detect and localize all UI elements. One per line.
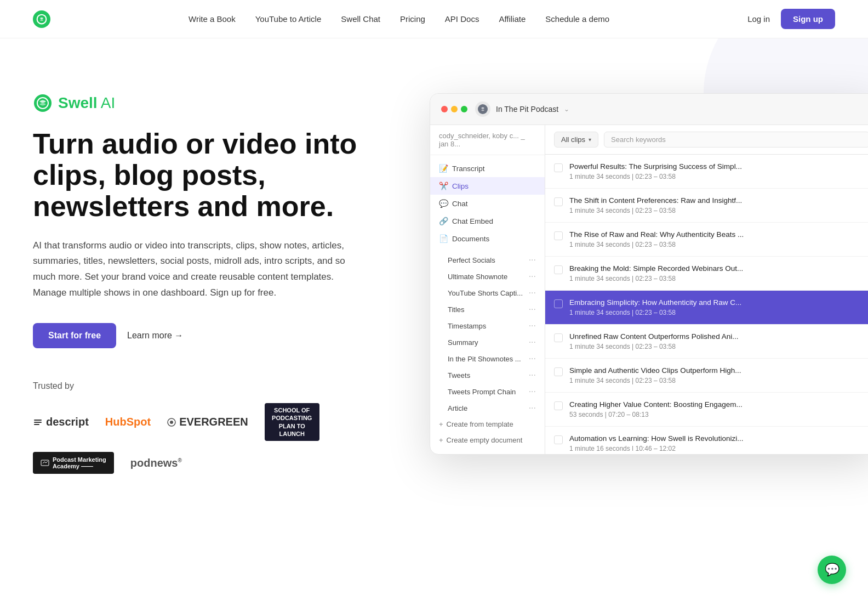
clip-meta-8: 1 minute 16 seconds | 10:46 – 12:02 <box>569 445 868 451</box>
sidebar-article[interactable]: Article ··· <box>448 400 545 416</box>
navbar: Write a Book YouTube to Article Swell Ch… <box>0 0 868 38</box>
sidebar-pit-shownotes[interactable]: In the Pit Shownotes ... ··· <box>448 350 545 367</box>
more-icon-4[interactable]: ··· <box>529 321 536 331</box>
signup-button[interactable]: Sign up <box>781 9 835 29</box>
clip-checkbox-1[interactable] <box>554 197 563 206</box>
svg-rect-5 <box>34 422 42 423</box>
clip-item-0[interactable]: Powerful Results: The Surprising Success… <box>545 155 868 189</box>
clip-checkbox-5[interactable] <box>554 333 563 342</box>
clip-title-2: The Rise of Raw and Real: Why Authentici… <box>569 230 868 239</box>
create-template-label: Create from template <box>447 420 513 428</box>
clip-checkbox-0[interactable] <box>554 163 563 172</box>
more-icon-1[interactable]: ··· <box>529 271 536 281</box>
chat-fab-button[interactable]: 💬 <box>818 556 846 584</box>
clip-checkbox-8[interactable] <box>554 435 563 444</box>
more-icon-2[interactable]: ··· <box>529 288 536 298</box>
pma-icon <box>41 458 49 467</box>
sidebar-item-clips[interactable]: ✂️ Clips <box>430 177 545 195</box>
doc-titles-label: Titles <box>448 305 465 314</box>
clip-checkbox-4[interactable] <box>554 299 563 308</box>
clip-meta-6: 1 minute 34 seconds | 02:23 – 03:58 <box>569 377 868 384</box>
clip-checkbox-3[interactable] <box>554 265 563 274</box>
nav-pricing[interactable]: Pricing <box>400 14 425 24</box>
sidebar-ultimate-shownote[interactable]: Ultimate Shownote ··· <box>448 268 545 285</box>
create-empty-label: Create empty document <box>447 436 523 444</box>
clip-item-4[interactable]: Embracing Simplicity: How Authenticity a… <box>545 291 868 325</box>
clip-item-2[interactable]: The Rise of Raw and Real: Why Authentici… <box>545 223 868 257</box>
podcast-avatar <box>475 101 490 117</box>
more-icon-8[interactable]: ··· <box>529 387 536 397</box>
hero-headline: Turn audio or video into clips, blog pos… <box>33 128 373 223</box>
learn-more-button[interactable]: Learn more → <box>127 331 183 341</box>
clip-title-7: Creating Higher Value Content: Boosting … <box>569 400 868 409</box>
nav-write-a-book[interactable]: Write a Book <box>189 14 236 24</box>
logo-school-of-podcasting: SCHOOL OF PODCASTING PLAN TO LAUNCH <box>265 403 319 441</box>
more-icon-3[interactable]: ··· <box>529 304 536 314</box>
plus-icon-template: + <box>439 420 443 428</box>
sidebar-titles[interactable]: Titles ··· <box>448 301 545 318</box>
clip-item-6[interactable]: Simple and Authentic Video Clips Outperf… <box>545 359 868 393</box>
sidebar-item-chat[interactable]: 💬 Chat <box>430 195 545 212</box>
sidebar-create-empty-doc[interactable]: + Create empty document <box>430 432 545 448</box>
sidebar-youtube-shorts[interactable]: YouTube Shorts Capti... ··· <box>448 285 545 301</box>
sidebar-item-documents[interactable]: 📄 Documents <box>430 230 545 247</box>
hero-brand: Swell AI <box>33 93 373 113</box>
sidebar-item-transcript[interactable]: 📝 Transcript <box>430 160 545 177</box>
trusted-label: Trusted by <box>33 381 373 391</box>
sidebar-tweets[interactable]: Tweets ··· <box>448 367 545 383</box>
clip-item-3[interactable]: Breaking the Mold: Simple Recorded Webin… <box>545 257 868 291</box>
more-icon-5[interactable]: ··· <box>529 337 536 347</box>
nav-affiliate[interactable]: Affiliate <box>499 14 526 24</box>
more-icon-9[interactable]: ··· <box>529 403 536 413</box>
sidebar-clips-label: Clips <box>452 182 469 190</box>
sidebar-summary[interactable]: Summary ··· <box>448 334 545 350</box>
sidebar-tweets-prompt-chain[interactable]: Tweets Prompt Chain ··· <box>448 383 545 400</box>
clip-item-5[interactable]: Unrefined Raw Content Outperforms Polish… <box>545 325 868 359</box>
sidebar-perfect-socials[interactable]: Perfect Socials ··· <box>448 252 545 268</box>
clip-item-1[interactable]: The Shift in Content Preferences: Raw an… <box>545 189 868 223</box>
sidebar-item-chat-embed[interactable]: 🔗 Chat Embed <box>430 212 545 230</box>
svg-point-8 <box>170 421 173 424</box>
clips-icon: ✂️ <box>439 182 448 190</box>
nav-schedule-demo[interactable]: Schedule a demo <box>545 14 609 24</box>
clip-content-1: The Shift in Content Preferences: Raw an… <box>569 196 868 214</box>
clip-checkbox-7[interactable] <box>554 401 563 410</box>
nav-swell-chat[interactable]: Swell Chat <box>341 14 380 24</box>
sidebar-timestamps[interactable]: Timestamps ··· <box>448 318 545 334</box>
sidebar-documents-label: Documents <box>452 235 489 243</box>
app-body: cody_schneider, koby c... _ jan 8... 📝 T… <box>430 125 868 454</box>
sidebar-docs-section: Perfect Socials ··· Ultimate Shownote ··… <box>430 252 545 416</box>
more-icon-0[interactable]: ··· <box>529 255 536 265</box>
clip-item-7[interactable]: Creating Higher Value Content: Boosting … <box>545 393 868 427</box>
descript-label: descript <box>46 416 89 428</box>
logo-podcast-marketing-academy: Podcast MarketingAcademy —— <box>33 452 114 474</box>
clip-title-6: Simple and Authentic Video Clips Outperf… <box>569 366 868 375</box>
sidebar-transcript-label: Transcript <box>452 165 485 173</box>
clip-title-0: Powerful Results: The Surprising Success… <box>569 162 868 171</box>
more-icon-7[interactable]: ··· <box>529 370 536 380</box>
doc-summary-label: Summary <box>448 338 478 347</box>
nav-api-docs[interactable]: API Docs <box>445 14 479 24</box>
svg-point-10 <box>478 104 488 114</box>
clip-checkbox-2[interactable] <box>554 231 563 240</box>
filter-chevron-icon: ▾ <box>589 137 591 143</box>
clip-title-1: The Shift in Content Preferences: Raw an… <box>569 196 868 205</box>
more-icon-6[interactable]: ··· <box>529 354 536 364</box>
doc-tweets-prompt-chain-label: Tweets Prompt Chain <box>448 388 516 396</box>
descript-icon <box>33 417 43 427</box>
clips-search-input[interactable]: Search keywords <box>604 132 868 148</box>
clip-item-8[interactable]: Automation vs Learning: How Swell is Rev… <box>545 427 868 451</box>
start-for-free-button[interactable]: Start for free <box>33 323 116 348</box>
app-main-header: All clips ▾ Search keywords <box>545 125 868 155</box>
clip-content-7: Creating Higher Value Content: Boosting … <box>569 400 868 418</box>
sidebar-create-from-template[interactable]: + Create from template <box>430 416 545 432</box>
clips-filter-dropdown[interactable]: All clips ▾ <box>554 132 598 148</box>
login-button[interactable]: Log in <box>747 14 770 24</box>
hero-section: Swell AI Turn audio or video into clips,… <box>0 38 868 532</box>
nav-youtube-to-article[interactable]: YouTube to Article <box>255 14 322 24</box>
doc-pit-shownotes-label: In the Pit Shownotes ... <box>448 355 521 363</box>
clip-checkbox-6[interactable] <box>554 367 563 376</box>
chat-icon: 💬 <box>439 199 448 208</box>
clip-meta-7: 53 seconds | 07:20 – 08:13 <box>569 411 868 418</box>
nav-logo <box>33 10 50 28</box>
